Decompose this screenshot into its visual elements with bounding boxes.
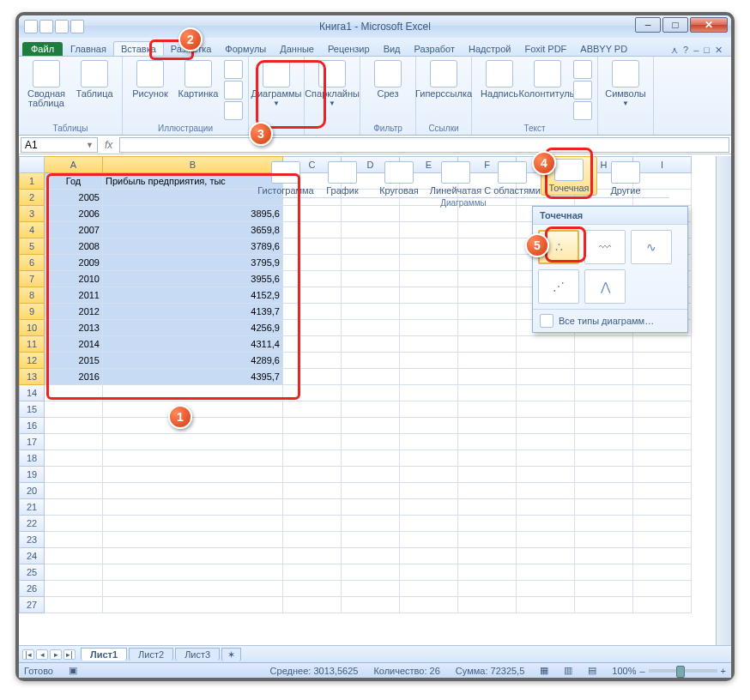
chart-type-column[interactable]: Гистограмма (257, 161, 314, 196)
cell[interactable] (342, 255, 400, 271)
cell[interactable] (283, 271, 342, 287)
cell[interactable] (283, 304, 342, 320)
close-button[interactable]: ✕ (690, 17, 728, 33)
row-header[interactable]: 10 (19, 320, 45, 336)
row-header[interactable]: 14 (19, 385, 45, 401)
cell[interactable]: 3795,9 (103, 255, 283, 271)
cell[interactable] (458, 287, 517, 304)
mdi-min-icon[interactable]: – (693, 45, 699, 56)
cell[interactable]: 2008 (45, 238, 103, 255)
cell[interactable] (400, 483, 458, 499)
textbox-button[interactable]: Надпись (477, 60, 522, 99)
cell[interactable] (633, 532, 692, 548)
cell[interactable] (283, 336, 342, 353)
cell[interactable] (517, 467, 575, 483)
cell[interactable] (633, 385, 692, 401)
cell[interactable] (45, 532, 103, 548)
help-icon[interactable]: ? (683, 45, 688, 56)
cell[interactable] (283, 516, 342, 532)
cell[interactable]: 2015 (45, 353, 103, 369)
cell[interactable] (400, 271, 458, 287)
cell[interactable] (400, 564, 458, 581)
cell[interactable] (517, 385, 575, 401)
cell[interactable] (517, 548, 575, 564)
cell[interactable] (283, 483, 342, 499)
cell[interactable] (342, 483, 400, 499)
view-layout-icon[interactable]: ▥ (564, 665, 572, 676)
tab-view[interactable]: Вид (377, 42, 408, 56)
cell[interactable] (342, 385, 400, 401)
cell[interactable] (283, 597, 342, 613)
cell[interactable] (575, 369, 633, 385)
cell[interactable] (458, 320, 517, 336)
cell[interactable] (283, 369, 342, 385)
cell[interactable] (342, 336, 400, 353)
cell[interactable]: 2005 (45, 190, 103, 206)
zoom-level[interactable]: 100% (612, 666, 636, 676)
cell[interactable] (283, 222, 342, 238)
cell[interactable] (633, 434, 692, 450)
cell[interactable] (103, 418, 283, 434)
row-header[interactable]: 9 (19, 304, 45, 320)
cell[interactable] (458, 418, 517, 434)
hyperlink-button[interactable]: Гиперссылка (421, 60, 466, 99)
row-header[interactable]: 5 (19, 238, 45, 255)
clipart-button[interactable]: Картинка (176, 60, 221, 99)
row-header[interactable]: 11 (19, 336, 45, 353)
slicer-button[interactable]: Срез (366, 60, 410, 99)
cell[interactable] (103, 190, 283, 206)
cell[interactable]: 3895,6 (103, 206, 283, 222)
cell[interactable] (400, 467, 458, 483)
cell[interactable] (633, 450, 692, 467)
cell[interactable] (458, 353, 517, 369)
symbols-button[interactable]: Символы▼ (603, 60, 648, 108)
row-header[interactable]: 7 (19, 271, 45, 287)
cell[interactable] (575, 483, 633, 499)
cell[interactable] (342, 564, 400, 581)
cell[interactable] (342, 271, 400, 287)
cell[interactable] (103, 597, 283, 613)
chart-type-line[interactable]: График (314, 161, 371, 196)
cell[interactable]: 4139,7 (103, 304, 283, 320)
cell[interactable] (342, 532, 400, 548)
save-icon[interactable] (39, 20, 53, 33)
cell[interactable] (458, 467, 517, 483)
cell[interactable] (458, 581, 517, 597)
cell[interactable] (342, 353, 400, 369)
row-header[interactable]: 23 (19, 532, 45, 548)
select-all-corner[interactable] (19, 156, 45, 173)
cell[interactable] (400, 353, 458, 369)
cell[interactable]: 2014 (45, 336, 103, 353)
cell[interactable] (633, 353, 692, 369)
cell[interactable] (283, 450, 342, 467)
object-icon[interactable] (573, 101, 592, 120)
record-macro-icon[interactable]: ▣ (69, 665, 77, 676)
cell[interactable] (342, 238, 400, 255)
cell[interactable] (633, 499, 692, 516)
cell[interactable] (103, 548, 283, 564)
cell[interactable] (458, 450, 517, 467)
scatter-smooth-lines-markers[interactable]: 〰 (584, 230, 626, 264)
cell[interactable] (342, 320, 400, 336)
cell[interactable] (283, 255, 342, 271)
cell[interactable] (458, 532, 517, 548)
cell[interactable] (458, 271, 517, 287)
vertical-scrollbar[interactable] (716, 156, 731, 645)
cell[interactable] (103, 516, 283, 532)
name-box[interactable]: A1▼ (21, 137, 98, 153)
row-header[interactable]: 27 (19, 597, 45, 613)
cell[interactable]: 4395,7 (103, 369, 283, 385)
cell[interactable] (633, 597, 692, 613)
view-normal-icon[interactable]: ▦ (540, 665, 548, 676)
cell[interactable] (45, 548, 103, 564)
headerfooter-button[interactable]: Колонтитулы (525, 60, 570, 99)
scatter-smooth-lines[interactable]: ∿ (631, 230, 672, 264)
cell[interactable] (283, 353, 342, 369)
cell[interactable] (400, 434, 458, 450)
cell[interactable] (400, 222, 458, 238)
cell[interactable] (103, 385, 283, 401)
sheet-nav-last[interactable]: ▸| (64, 649, 76, 660)
cell[interactable]: 2012 (45, 304, 103, 320)
cell[interactable] (45, 385, 103, 401)
cell[interactable] (458, 369, 517, 385)
